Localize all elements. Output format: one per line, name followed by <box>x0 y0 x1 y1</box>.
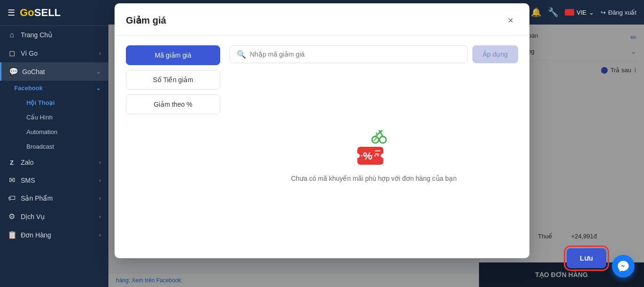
gochat-arrow: ⌄ <box>96 68 101 75</box>
order-icon: 📋 <box>8 230 16 239</box>
coupon-search-input[interactable] <box>250 46 461 63</box>
facebook-submenu: Hội Thoại Cấu Hình Automation Broadcast <box>0 95 108 154</box>
sidebar-item-cau-hinh[interactable]: Cấu Hình <box>19 110 108 125</box>
sidebar-item-dich-vu[interactable]: ⚙ Dịch Vụ › <box>0 207 108 226</box>
search-icon: 🔍 <box>237 50 246 59</box>
tab-giam-theo-phan-tram[interactable]: Giảm theo % <box>126 94 220 114</box>
sms-arrow: › <box>99 177 101 184</box>
sidebar-label-zalo: Zalo <box>21 159 33 166</box>
coupon-empty-illustration: % <box>353 130 395 168</box>
discount-tabs: Mã giảm giá Số Tiền giảm Giảm theo % <box>126 45 220 249</box>
messenger-chat-button[interactable] <box>612 255 635 278</box>
sidebar-item-gochat[interactable]: 💬 GoChat ⌄ <box>0 62 108 81</box>
discount-modal: Giảm giá × Mã giảm giá Số Tiền giảm Giảm… <box>115 3 529 258</box>
sidebar-label-gochat: GoChat <box>22 68 45 76</box>
wallet-icon: ◻ <box>8 49 16 58</box>
settings-icon[interactable]: 🔧 <box>548 7 558 17</box>
sidebar-item-broadcast[interactable]: Broadcast <box>19 139 108 154</box>
modal-title: Giảm giá <box>126 15 166 26</box>
svg-point-8 <box>381 153 386 158</box>
product-icon: 🏷 <box>8 194 16 203</box>
empty-text: Chưa có mã khuyến mãi phù hợp với đơn hà… <box>291 175 457 182</box>
sidebar-item-sms[interactable]: ✉ SMS › <box>0 171 108 189</box>
flag-icon <box>565 9 574 16</box>
chat-icon: 💬 <box>9 67 17 76</box>
sidebar-label-vi-go: Ví Go <box>21 50 38 57</box>
sidebar-label-dich-vu: Dịch Vụ <box>21 213 45 220</box>
modal-footer-area: Lưu <box>567 248 606 268</box>
service-icon: ⚙ <box>8 212 16 221</box>
sidebar-label-sms: SMS <box>21 177 35 184</box>
modal-close-button[interactable]: × <box>503 13 518 28</box>
logo-text: GoSELL <box>20 7 61 19</box>
notification-icon[interactable]: 🔔 <box>531 7 541 17</box>
sidebar-item-don-hang[interactable]: 📋 Đơn Hàng › <box>0 226 108 244</box>
messenger-icon <box>617 260 629 272</box>
sidebar-label-facebook: Facebook <box>14 84 43 92</box>
language-selector[interactable]: VIE ⌄ <box>565 9 594 16</box>
sidebar-item-trang-chu[interactable]: ⌂ Trang Chủ <box>0 26 108 44</box>
sidebar: ☰ GoSELL ⌂ Trang Chủ ◻ Ví Go › 💬 GoChat … <box>0 0 108 287</box>
san-pham-arrow: › <box>99 195 101 202</box>
vi-go-arrow: › <box>99 50 101 57</box>
home-icon: ⌂ <box>8 31 16 39</box>
modal-right-panel: 🔍 Áp dụng <box>230 45 518 249</box>
search-row: 🔍 Áp dụng <box>230 45 518 63</box>
hamburger-icon[interactable]: ☰ <box>8 8 15 18</box>
tab-so-tien-giam[interactable]: Số Tiền giảm <box>126 70 220 90</box>
sms-icon: ✉ <box>8 176 16 185</box>
logout-icon: ↪ <box>601 9 606 16</box>
zalo-arrow: › <box>99 159 101 166</box>
topbar-right: 🔔 🔧 VIE ⌄ ↪ Đăng xuất <box>531 7 636 17</box>
svg-point-2 <box>380 136 386 143</box>
sidebar-item-facebook[interactable]: Facebook ⌄ <box>0 81 108 95</box>
logout-button[interactable]: ↪ Đăng xuất <box>601 9 636 16</box>
modal-body: Mã giảm giá Số Tiền giảm Giảm theo % 🔍 Á… <box>115 36 529 258</box>
lang-chevron-icon: ⌄ <box>589 9 594 16</box>
sidebar-label-san-pham: Sản Phẩm <box>21 194 53 202</box>
sidebar-label-trang-chu: Trang Chủ <box>21 31 52 39</box>
sidebar-label-don-hang: Đơn Hàng <box>21 231 51 239</box>
sidebar-item-san-pham[interactable]: 🏷 Sản Phẩm › <box>0 189 108 207</box>
don-hang-arrow: › <box>99 232 101 238</box>
dich-vu-arrow: › <box>99 213 101 220</box>
svg-point-7 <box>355 153 360 158</box>
zalo-icon: Z <box>8 159 16 166</box>
logo-area: ☰ GoSELL <box>0 0 108 26</box>
sidebar-item-zalo[interactable]: Z Zalo › <box>0 154 108 171</box>
apply-button[interactable]: Áp dụng <box>472 45 518 63</box>
sidebar-item-vi-go[interactable]: ◻ Ví Go › <box>0 44 108 62</box>
modal-header: Giảm giá × <box>115 3 529 36</box>
svg-rect-9 <box>375 150 380 152</box>
search-box: 🔍 <box>230 45 468 63</box>
empty-state: % Chưa có mã khuyến mãi phù hợp với đơn … <box>230 73 518 249</box>
facebook-arrow: ⌄ <box>96 84 101 92</box>
sidebar-item-automation[interactable]: Automation <box>19 125 108 139</box>
svg-rect-10 <box>375 153 379 155</box>
sidebar-item-hoi-thoai[interactable]: Hội Thoại <box>19 95 108 110</box>
luu-button[interactable]: Lưu <box>567 248 606 268</box>
tab-ma-giam-gia[interactable]: Mã giảm giá <box>126 45 220 65</box>
